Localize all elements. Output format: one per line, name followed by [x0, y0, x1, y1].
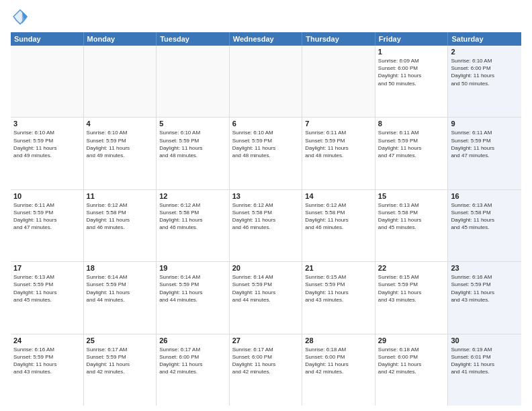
logo-icon — [11, 8, 30, 27]
calendar-row: 10Sunrise: 6:11 AM Sunset: 5:59 PM Dayli… — [11, 190, 521, 262]
cell-info: Sunrise: 6:10 AM Sunset: 5:59 PM Dayligh… — [159, 129, 226, 159]
cell-info: Sunrise: 6:11 AM Sunset: 5:59 PM Dayligh… — [378, 129, 445, 159]
day-number: 16 — [451, 192, 519, 200]
day-number: 3 — [13, 120, 81, 128]
weekday-header: Saturday — [448, 32, 521, 46]
day-number: 24 — [13, 336, 81, 345]
calendar-cell — [84, 46, 157, 117]
day-number: 18 — [87, 264, 154, 272]
cell-info: Sunrise: 6:13 AM Sunset: 5:59 PM Dayligh… — [13, 273, 81, 304]
calendar-cell: 3Sunrise: 6:10 AM Sunset: 5:59 PM Daylig… — [11, 118, 84, 189]
calendar-cell: 23Sunrise: 6:16 AM Sunset: 5:59 PM Dayli… — [448, 262, 521, 333]
cell-info: Sunrise: 6:15 AM Sunset: 5:59 PM Dayligh… — [305, 273, 372, 304]
weekday-header: Thursday — [302, 32, 375, 46]
calendar-cell: 15Sunrise: 6:13 AM Sunset: 5:58 PM Dayli… — [375, 190, 449, 261]
cell-info: Sunrise: 6:18 AM Sunset: 6:00 PM Dayligh… — [378, 346, 445, 376]
header — [11, 8, 521, 27]
day-number: 8 — [378, 120, 445, 128]
calendar-cell: 8Sunrise: 6:11 AM Sunset: 5:59 PM Daylig… — [375, 118, 449, 189]
cell-info: Sunrise: 6:14 AM Sunset: 5:59 PM Dayligh… — [87, 273, 154, 304]
day-number: 25 — [87, 336, 154, 345]
weekday-header: Friday — [375, 32, 449, 46]
weekday-header: Monday — [84, 32, 157, 46]
day-number: 6 — [232, 120, 300, 128]
calendar-cell: 22Sunrise: 6:15 AM Sunset: 5:59 PM Dayli… — [375, 262, 449, 333]
logo — [11, 8, 32, 27]
cell-info: Sunrise: 6:11 AM Sunset: 5:59 PM Dayligh… — [305, 129, 372, 159]
day-number: 30 — [451, 336, 519, 345]
calendar-cell: 12Sunrise: 6:12 AM Sunset: 5:58 PM Dayli… — [157, 190, 230, 261]
cell-info: Sunrise: 6:18 AM Sunset: 6:00 PM Dayligh… — [305, 346, 372, 376]
calendar-cell: 27Sunrise: 6:17 AM Sunset: 6:00 PM Dayli… — [230, 334, 303, 406]
calendar-cell: 28Sunrise: 6:18 AM Sunset: 6:00 PM Dayli… — [302, 334, 375, 406]
weekday-header: Sunday — [11, 32, 84, 46]
cell-info: Sunrise: 6:10 AM Sunset: 5:59 PM Dayligh… — [87, 129, 154, 159]
day-number: 27 — [232, 336, 300, 345]
cell-info: Sunrise: 6:15 AM Sunset: 5:59 PM Dayligh… — [378, 273, 445, 304]
calendar-cell: 10Sunrise: 6:11 AM Sunset: 5:59 PM Dayli… — [11, 190, 84, 261]
calendar-cell: 7Sunrise: 6:11 AM Sunset: 5:59 PM Daylig… — [302, 118, 375, 189]
calendar: SundayMondayTuesdayWednesdayThursdayFrid… — [11, 32, 521, 406]
day-number: 21 — [305, 264, 372, 272]
cell-info: Sunrise: 6:12 AM Sunset: 5:58 PM Dayligh… — [305, 201, 372, 232]
day-number: 7 — [305, 120, 372, 128]
day-number: 19 — [159, 264, 226, 272]
calendar-cell: 20Sunrise: 6:14 AM Sunset: 5:59 PM Dayli… — [230, 262, 303, 333]
day-number: 10 — [13, 192, 81, 200]
calendar-cell: 24Sunrise: 6:16 AM Sunset: 5:59 PM Dayli… — [11, 334, 84, 406]
calendar-header: SundayMondayTuesdayWednesdayThursdayFrid… — [11, 32, 521, 46]
cell-info: Sunrise: 6:17 AM Sunset: 5:59 PM Dayligh… — [87, 346, 154, 376]
cell-info: Sunrise: 6:11 AM Sunset: 5:59 PM Dayligh… — [451, 129, 519, 159]
cell-info: Sunrise: 6:11 AM Sunset: 5:59 PM Dayligh… — [13, 201, 81, 232]
cell-info: Sunrise: 6:13 AM Sunset: 5:58 PM Dayligh… — [451, 201, 519, 232]
cell-info: Sunrise: 6:14 AM Sunset: 5:59 PM Dayligh… — [159, 273, 226, 304]
day-number: 4 — [87, 120, 154, 128]
cell-info: Sunrise: 6:10 AM Sunset: 6:00 PM Dayligh… — [451, 57, 519, 87]
cell-info: Sunrise: 6:09 AM Sunset: 6:00 PM Dayligh… — [378, 57, 445, 87]
day-number: 26 — [159, 336, 226, 345]
calendar-cell: 17Sunrise: 6:13 AM Sunset: 5:59 PM Dayli… — [11, 262, 84, 333]
calendar-cell: 30Sunrise: 6:19 AM Sunset: 6:01 PM Dayli… — [448, 334, 521, 406]
calendar-cell — [11, 46, 84, 117]
day-number: 17 — [13, 264, 81, 272]
cell-info: Sunrise: 6:10 AM Sunset: 5:59 PM Dayligh… — [13, 129, 81, 159]
day-number: 28 — [305, 336, 372, 345]
calendar-cell: 29Sunrise: 6:18 AM Sunset: 6:00 PM Dayli… — [375, 334, 449, 406]
calendar-cell: 16Sunrise: 6:13 AM Sunset: 5:58 PM Dayli… — [448, 190, 521, 261]
calendar-cell: 26Sunrise: 6:17 AM Sunset: 6:00 PM Dayli… — [157, 334, 230, 406]
day-number: 9 — [451, 120, 519, 128]
calendar-cell: 14Sunrise: 6:12 AM Sunset: 5:58 PM Dayli… — [302, 190, 375, 261]
calendar-cell: 5Sunrise: 6:10 AM Sunset: 5:59 PM Daylig… — [157, 118, 230, 189]
cell-info: Sunrise: 6:12 AM Sunset: 5:58 PM Dayligh… — [87, 201, 154, 232]
day-number: 29 — [378, 336, 445, 345]
cell-info: Sunrise: 6:12 AM Sunset: 5:58 PM Dayligh… — [159, 201, 226, 232]
weekday-header: Tuesday — [157, 32, 230, 46]
day-number: 5 — [159, 120, 226, 128]
calendar-cell: 13Sunrise: 6:12 AM Sunset: 5:58 PM Dayli… — [230, 190, 303, 261]
calendar-row: 1Sunrise: 6:09 AM Sunset: 6:00 PM Daylig… — [11, 46, 521, 118]
cell-info: Sunrise: 6:19 AM Sunset: 6:01 PM Dayligh… — [451, 346, 519, 376]
cell-info: Sunrise: 6:12 AM Sunset: 5:58 PM Dayligh… — [232, 201, 300, 232]
day-number: 22 — [378, 264, 445, 272]
calendar-cell: 19Sunrise: 6:14 AM Sunset: 5:59 PM Dayli… — [157, 262, 230, 333]
calendar-cell: 4Sunrise: 6:10 AM Sunset: 5:59 PM Daylig… — [84, 118, 157, 189]
day-number: 11 — [87, 192, 154, 200]
day-number: 13 — [232, 192, 300, 200]
weekday-header: Wednesday — [230, 32, 303, 46]
day-number: 14 — [305, 192, 372, 200]
day-number: 12 — [159, 192, 226, 200]
day-number: 20 — [232, 264, 300, 272]
day-number: 2 — [451, 48, 519, 56]
calendar-cell: 11Sunrise: 6:12 AM Sunset: 5:58 PM Dayli… — [84, 190, 157, 261]
calendar-cell: 1Sunrise: 6:09 AM Sunset: 6:00 PM Daylig… — [375, 46, 449, 117]
calendar-cell — [157, 46, 230, 117]
cell-info: Sunrise: 6:13 AM Sunset: 5:58 PM Dayligh… — [378, 201, 445, 232]
cell-info: Sunrise: 6:16 AM Sunset: 5:59 PM Dayligh… — [13, 346, 81, 376]
day-number: 23 — [451, 264, 519, 272]
cell-info: Sunrise: 6:14 AM Sunset: 5:59 PM Dayligh… — [232, 273, 300, 304]
calendar-cell: 6Sunrise: 6:10 AM Sunset: 5:59 PM Daylig… — [230, 118, 303, 189]
calendar-cell — [230, 46, 303, 117]
calendar-row: 3Sunrise: 6:10 AM Sunset: 5:59 PM Daylig… — [11, 118, 521, 189]
calendar-cell: 18Sunrise: 6:14 AM Sunset: 5:59 PM Dayli… — [84, 262, 157, 333]
calendar-row: 17Sunrise: 6:13 AM Sunset: 5:59 PM Dayli… — [11, 262, 521, 334]
